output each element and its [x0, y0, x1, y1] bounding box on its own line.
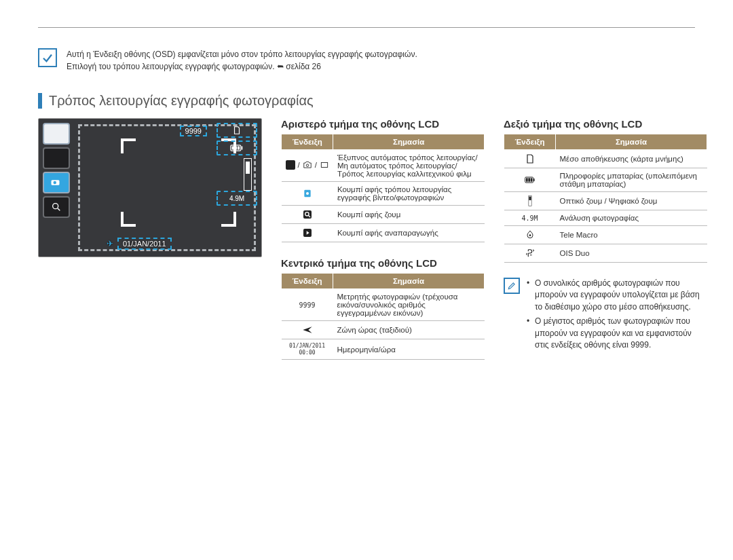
- svg-point-10: [306, 192, 309, 195]
- svg-rect-5: [235, 147, 237, 150]
- right-lcd-table: Ένδειξη Σημασία Μέσο αποθήκευσης (κάρτα …: [504, 134, 707, 263]
- lcd-timezone-icon: ✈: [107, 239, 113, 248]
- svg-rect-17: [533, 179, 534, 181]
- top-note-line2a: Επιλογή του τρόπου λειτουργίας εγγραφής …: [67, 62, 277, 71]
- mode-film-icon: [320, 160, 329, 170]
- lcd-resolution-badge: 4.9M: [217, 191, 257, 206]
- top-note-line2b: σελίδα 26: [286, 62, 321, 71]
- right-column: Δεξιό τμήμα της οθόνης LCD Ένδειξη Σημασ…: [504, 118, 707, 375]
- right-th-indicator: Ένδειξη: [504, 134, 556, 150]
- right-row4-meaning: Ανάλυση φωτογραφίας: [556, 210, 707, 226]
- table-row: Οπτικό ζουμ / Ψηφιακό ζουμ: [504, 192, 707, 210]
- svg-rect-22: [529, 197, 531, 200]
- lcd-column: 9999 4.9M ✈ 01/JAN/2011: [38, 118, 262, 375]
- lcd-mode-manual-icon: [43, 147, 70, 169]
- lcd-memory-card-icon: [217, 123, 257, 138]
- table-row: OIS Duo: [504, 244, 707, 263]
- right-row5-meaning: Tele Macro: [556, 226, 707, 244]
- lcd-record-mode-icon: [43, 172, 70, 193]
- top-divider: [38, 27, 695, 28]
- record-mode-touch-icon: [282, 182, 333, 206]
- table-row: Tele Macro: [504, 226, 707, 244]
- resolution-indicator: 4.9M: [504, 210, 556, 226]
- top-info-text: Αυτή η Ένδειξη οθόνης (OSD) εμφανίζεται …: [67, 48, 417, 73]
- right-row3-meaning: Οπτικό ζουμ / Ψηφιακό ζουμ: [556, 192, 707, 210]
- zoom-touch-icon: [282, 206, 333, 224]
- table-row: Μέσο αποθήκευσης (κάρτα μνήμης): [504, 150, 707, 168]
- left-row3-meaning: Κουμπί αφής ζουμ: [333, 206, 485, 224]
- lcd-zoom-button-icon: [43, 196, 70, 218]
- lcd-mock: 9999 4.9M ✈ 01/JAN/2011: [38, 118, 262, 257]
- svg-rect-3: [242, 147, 243, 150]
- datetime-indicator: 01/JAN/2011 00:00: [282, 339, 333, 360]
- lcd-zoom-bar-icon: [244, 158, 252, 191]
- center-table-heading: Κεντρικό τμήμα της οθόνης LCD: [281, 257, 485, 269]
- left-table-heading: Αριστερό τμήμα της οθόνης LCD: [281, 118, 485, 130]
- right-th-meaning: Σημασία: [556, 134, 707, 150]
- zoom-bar-icon: [504, 192, 556, 210]
- battery-icon: [504, 168, 556, 192]
- right-table-heading: Δεξιό τμήμα της οθόνης LCD: [504, 118, 707, 130]
- center-th-indicator: Ένδειξη: [282, 274, 333, 289]
- svg-rect-4: [232, 147, 234, 150]
- mode-icons-cell: / /: [282, 150, 333, 182]
- right-row6-meaning: OIS Duo: [556, 244, 707, 263]
- middle-column: Αριστερό τμήμα της οθόνης LCD Ένδειξη Ση…: [281, 118, 485, 375]
- right-note-text: Ο συνολικός αριθμός φωτογραφιών που μπορ…: [527, 278, 707, 354]
- svg-rect-8: [321, 163, 327, 168]
- table-row: 9999 Μετρητής φωτογραφιών (τρέχουσα εικό…: [282, 289, 485, 321]
- svg-rect-11: [303, 210, 312, 219]
- lcd-battery-icon: [217, 141, 257, 155]
- right-row2-meaning: Πληροφορίες μπαταρίας (υπολειπόμενη στάθ…: [556, 168, 707, 192]
- center-row3-meaning: Ημερομηνία/ώρα: [333, 339, 485, 360]
- table-row: Πληροφορίες μπαταρίας (υπολειπόμενη στάθ…: [504, 168, 707, 192]
- center-row1-meaning: Μετρητής φωτογραφιών (τρέχουσα εικόνα/συ…: [333, 289, 485, 321]
- svg-point-23: [529, 234, 531, 236]
- lcd-photo-counter: 9999: [180, 126, 207, 136]
- note-item-1: Ο συνολικός αριθμός φωτογραφιών που μπορ…: [527, 278, 707, 313]
- right-note-box: Ο συνολικός αριθμός φωτογραφιών που μπορ…: [504, 278, 707, 354]
- section-title: Τρόπος λειτουργίας εγγραφής φωτογραφίας: [38, 93, 695, 109]
- table-row: Ζώνη ώρας (ταξιδιού): [282, 321, 485, 339]
- ois-duo-icon: [504, 244, 556, 263]
- table-row: 4.9M Ανάλυση φωτογραφίας: [504, 210, 707, 226]
- table-row: Κουμπί αφής τρόπου λειτουργίας εγγραφής …: [282, 182, 485, 206]
- svg-point-0: [53, 204, 58, 209]
- svg-rect-19: [528, 178, 530, 181]
- playback-touch-icon: [282, 224, 333, 242]
- left-row2-meaning: Κουμπί αφής τρόπου λειτουργίας εγγραφής …: [333, 182, 485, 206]
- timezone-icon: [282, 321, 333, 339]
- svg-line-1: [58, 208, 60, 210]
- svg-rect-18: [526, 178, 528, 181]
- left-row1-meaning: Έξυπνος αυτόματος τρόπος λειτουργίας/Μη …: [333, 150, 485, 182]
- svg-rect-6: [238, 147, 240, 150]
- top-info-box: Αυτή η Ένδειξη οθόνης (OSD) εμφανίζεται …: [38, 48, 695, 73]
- mode-camera-icon: [303, 160, 312, 170]
- page-ref-arrow-icon: ➥: [277, 60, 284, 73]
- center-th-meaning: Σημασία: [333, 274, 485, 289]
- left-row4-meaning: Κουμπί αφής αναπαραγωγής: [333, 224, 485, 242]
- pencil-info-icon: [504, 278, 520, 294]
- note-item-2: Ο μέγιστος αριθμός των φωτογραφιών που μ…: [527, 316, 707, 351]
- left-lcd-table: Ένδειξη Σημασία / / Έξυπνος αυτόματος τρ…: [281, 134, 485, 242]
- left-th-indicator: Ένδειξη: [282, 134, 333, 150]
- tele-macro-icon: [504, 226, 556, 244]
- center-lcd-table: Ένδειξη Σημασία 9999 Μετρητής φωτογραφιώ…: [281, 273, 485, 360]
- photo-counter-indicator: 9999: [282, 289, 333, 321]
- svg-point-7: [306, 164, 309, 167]
- lcd-mode-smart-icon: [43, 123, 70, 145]
- table-row: 01/JAN/2011 00:00 Ημερομηνία/ώρα: [282, 339, 485, 360]
- check-info-icon: [38, 48, 57, 67]
- lcd-bottom-overlay: ✈ 01/JAN/2011: [107, 238, 172, 250]
- content-columns: 9999 4.9M ✈ 01/JAN/2011 Αριστερό τμήμα τ…: [38, 118, 695, 375]
- lcd-sidebar: [43, 123, 70, 218]
- svg-rect-20: [530, 178, 532, 181]
- right-row1-meaning: Μέσο αποθήκευσης (κάρτα μνήμης): [556, 150, 707, 168]
- lcd-date-overlay: 01/JAN/2011: [117, 238, 172, 250]
- lcd-right-strip: 4.9M: [217, 123, 257, 208]
- top-note-line1: Αυτή η Ένδειξη οθόνης (OSD) εμφανίζεται …: [67, 50, 417, 59]
- table-row: / / Έξυπνος αυτόματος τρόπος λειτουργίας…: [282, 150, 485, 182]
- table-row: Κουμπί αφής ζουμ: [282, 206, 485, 224]
- mode-square-icon: [286, 160, 295, 170]
- table-row: Κουμπί αφής αναπαραγωγής: [282, 224, 485, 242]
